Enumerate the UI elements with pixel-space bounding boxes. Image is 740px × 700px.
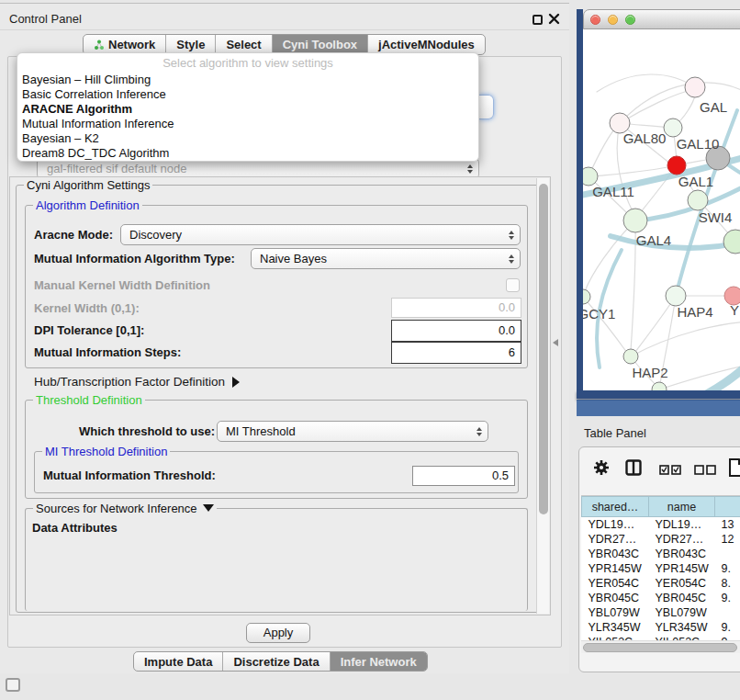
- node-gal11[interactable]: [583, 167, 598, 186]
- collapsed-panel-icon[interactable]: [6, 678, 20, 692]
- kernel-width-field[interactable]: 0.0: [391, 298, 521, 318]
- minimize-traffic-icon[interactable]: [608, 15, 618, 25]
- manual-kernel-width-checkbox[interactable]: [506, 278, 520, 292]
- aracne-mode-combo[interactable]: Discovery: [120, 224, 521, 245]
- table-cell: YBL079W: [582, 605, 649, 620]
- mi-threshold-field[interactable]: 0.5: [412, 466, 515, 486]
- tab-label: Cyni Toolbox: [283, 38, 357, 51]
- export-table-icon[interactable]: [728, 457, 740, 481]
- network-window-titlebar[interactable]: [583, 9, 740, 29]
- stepper-icon: [503, 231, 520, 240]
- deselect-all-icon[interactable]: [694, 462, 716, 479]
- tab-network[interactable]: Network: [84, 35, 166, 54]
- node-gal-top[interactable]: [685, 77, 705, 97]
- threshold-definition-title: Threshold Definition: [33, 393, 145, 407]
- scrollbar-thumb[interactable]: [583, 643, 737, 652]
- which-threshold-label: Which threshold to use:: [79, 424, 215, 438]
- table-cell: YDR27…: [649, 532, 715, 547]
- table-row[interactable]: YDL19…YDL19…13: [582, 517, 740, 532]
- network-edge[interactable]: [585, 220, 635, 291]
- dropdown-item[interactable]: ARACNE Algorithm: [17, 102, 478, 117]
- table-column-header[interactable]: [715, 497, 740, 517]
- network-edge[interactable]: [631, 322, 740, 356]
- node-gal10[interactable]: [664, 119, 682, 137]
- dropdown-item[interactable]: Mutual Information Inference: [17, 117, 478, 131]
- table-row[interactable]: YLR345WYLR345W9.: [582, 620, 740, 635]
- network-edge[interactable]: [686, 360, 740, 390]
- float-panel-icon[interactable]: [533, 15, 543, 25]
- cyni-settings-panel: Cyni Algorithm Settings Algorithm Defini…: [9, 176, 551, 615]
- node-table-grid: shared…name YDL19…YDL19…13YDR27…YDR27…12…: [581, 496, 740, 647]
- table-cell: YDR27…: [582, 532, 649, 547]
- table-horizontal-scrollbar[interactable]: [581, 640, 740, 653]
- node-label: HAP4: [677, 304, 712, 320]
- inference-algorithm-combo-fragment[interactable]: [479, 95, 494, 119]
- table-row[interactable]: YBL079WYBL079W: [582, 605, 740, 620]
- settings-vertical-scrollbar[interactable]: [536, 178, 549, 614]
- table-cell: YBR045C: [582, 591, 649, 605]
- node-hap2[interactable]: [623, 349, 638, 364]
- dpi-tolerance-field[interactable]: 0.0: [391, 320, 521, 342]
- table-cell: YBR043C: [582, 547, 649, 561]
- node-label: GAL1: [678, 174, 713, 189]
- gear-icon[interactable]: [592, 458, 611, 480]
- node-hap4[interactable]: [666, 286, 686, 306]
- which-threshold-combo[interactable]: MI Threshold: [217, 421, 488, 442]
- columns-icon[interactable]: [625, 459, 642, 480]
- scrollbar-thumb[interactable]: [539, 184, 548, 514]
- node-red[interactable]: [667, 156, 686, 175]
- network-edge[interactable]: [611, 236, 740, 248]
- network-default-combo-value: gal-filtered sif default node: [38, 162, 462, 175]
- cyni-bottom-tabs: Impute DataDiscretize DataInfer Network: [133, 651, 428, 672]
- close-traffic-icon[interactable]: [590, 15, 600, 25]
- node-gal1[interactable]: [688, 190, 708, 210]
- tab-label: jActiveMNodules: [378, 38, 475, 51]
- node-table: shared…name YDL19…YDL19…13YDR27…YDR27…12…: [581, 495, 740, 647]
- table-cell: YLR345W: [649, 620, 715, 635]
- mi-threshold-label: Mutual Information Threshold:: [43, 469, 216, 482]
- table-row[interactable]: YDR27…YDR27…12: [582, 532, 740, 547]
- network-edge[interactable]: [597, 74, 695, 92]
- aracne-mode-label: Aracne Mode:: [34, 228, 113, 242]
- tab-discretize-data[interactable]: Discretize Data: [223, 652, 330, 671]
- table-column-header[interactable]: name: [649, 497, 715, 517]
- select-all-icon[interactable]: [659, 462, 681, 479]
- network-canvas[interactable]: GALGAL80GAL10GAL1GAL11SWI4GAL4GCY1HAP4YH…: [583, 29, 740, 390]
- apply-button[interactable]: Apply: [246, 623, 310, 643]
- tab-cyni-toolbox[interactable]: Cyni Toolbox: [273, 35, 368, 54]
- tab-impute-data[interactable]: Impute Data: [134, 652, 223, 671]
- tab-jactivemnodules[interactable]: jActiveMNodules: [368, 35, 485, 54]
- table-column-header[interactable]: shared…: [582, 497, 649, 517]
- table-row[interactable]: YBR045CYBR045C9.: [582, 591, 740, 605]
- dropdown-item[interactable]: Basic Correlation Inference: [17, 87, 478, 102]
- node-label: HAP2: [632, 365, 667, 380]
- sources-toggle[interactable]: Sources for Network Inference: [33, 502, 217, 515]
- dropdown-item[interactable]: Bayesian – Hill Climbing: [17, 73, 478, 87]
- table-cell: YBL079W: [649, 605, 715, 620]
- mi-algorithm-type-label: Mutual Information Algorithm Type:: [34, 252, 235, 265]
- mi-steps-field[interactable]: 6: [391, 342, 521, 364]
- node-swi4[interactable]: [723, 230, 740, 254]
- zoom-traffic-icon[interactable]: [625, 15, 635, 25]
- node-gal4[interactable]: [623, 209, 647, 232]
- tab-style[interactable]: Style: [166, 35, 216, 54]
- node-left-green[interactable]: [583, 289, 590, 304]
- kernel-width-label: Kernel Width (0,1):: [34, 301, 140, 315]
- tab-infer-network[interactable]: Infer Network: [331, 652, 427, 671]
- stepper-icon: [471, 427, 488, 436]
- hub-definition-toggle[interactable]: Hub/Transcription Factor Definition: [34, 375, 240, 389]
- table-row[interactable]: YBR043CYBR043C: [582, 547, 740, 561]
- mi-algorithm-type-combo[interactable]: Naive Bayes: [251, 248, 521, 269]
- tab-select[interactable]: Select: [216, 35, 272, 54]
- dropdown-item[interactable]: Bayesian – K2: [17, 131, 478, 146]
- stepper-icon: [462, 164, 478, 174]
- node-label: GAL: [700, 99, 727, 115]
- table-cell: YER054C: [649, 576, 715, 591]
- close-icon[interactable]: [548, 13, 560, 25]
- network-icon: [94, 40, 105, 51]
- table-row[interactable]: YPR145WYPR145W9.: [582, 561, 740, 576]
- dropdown-item[interactable]: Dream8 DC_TDC Algorithm: [17, 146, 478, 161]
- table-cell: [715, 547, 740, 561]
- table-row[interactable]: YER054CYER054C8.: [582, 576, 740, 591]
- panel-splitter-handle[interactable]: [553, 339, 558, 346]
